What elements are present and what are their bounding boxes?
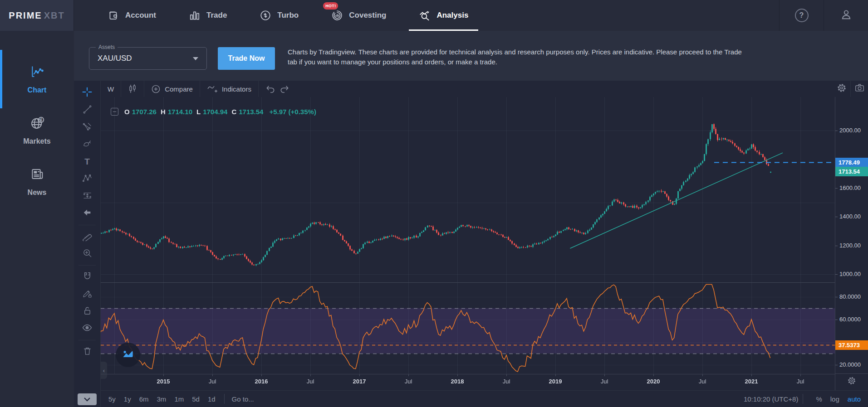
nav-item-covesting[interactable]: HOT! Covesting: [315, 0, 402, 31]
primexbt-app: PRIME XBT Account Trade TurboHOT! Covest…: [0, 0, 868, 407]
time-label: Jul: [790, 378, 810, 385]
time-label: 2017: [349, 378, 369, 385]
sidebar-item-markets[interactable]: $ Markets: [0, 105, 74, 156]
lock-drawings-button[interactable]: [78, 303, 96, 320]
left-sidebar: Chart$ Markets News: [0, 31, 74, 407]
chart-style-button[interactable]: [121, 81, 144, 97]
scale-log-button[interactable]: log: [830, 395, 839, 403]
zoom-in-tool-button[interactable]: [78, 245, 96, 262]
nav-item-account[interactable]: Account: [91, 0, 172, 31]
interval-button[interactable]: W: [101, 81, 121, 97]
rsi-indicator-logo[interactable]: [116, 343, 140, 367]
arrow-tool-button[interactable]: [78, 205, 96, 222]
scale-auto-button[interactable]: auto: [848, 395, 861, 403]
range-5d-button[interactable]: 5d: [188, 395, 204, 403]
ruler-icon: [82, 230, 93, 243]
undo-icon[interactable]: [265, 85, 275, 93]
nav-item-trade[interactable]: Trade: [172, 0, 243, 31]
arrow-left-icon: [82, 208, 92, 219]
assets-select[interactable]: Assets XAU/USD: [89, 47, 207, 70]
time-label: Jul: [496, 378, 516, 385]
screenshot-button[interactable]: [851, 81, 868, 97]
nav-item-label: Turbo: [277, 11, 299, 20]
chevron-down-icon: [193, 57, 198, 60]
nav-item-label: Trade: [206, 11, 227, 20]
divider: [78, 340, 96, 340]
gear-icon: [837, 83, 847, 95]
magnet-mode-button[interactable]: [78, 268, 96, 286]
pattern-tool-button[interactable]: [78, 170, 96, 188]
legend-key: C: [231, 108, 236, 116]
range-3m-button[interactable]: 3m: [153, 395, 171, 403]
brush-icon: [82, 139, 93, 151]
nav-item-analysis[interactable]: Analysis: [402, 0, 485, 31]
price-tick: 1600.00: [835, 184, 868, 193]
trendline-tool-button[interactable]: [78, 102, 96, 119]
clock[interactable]: 10:10:20 (UTC+8): [744, 395, 798, 403]
goto-button[interactable]: Go to...: [232, 395, 254, 403]
crosshair-tool-button[interactable]: [78, 84, 96, 102]
range-1y-button[interactable]: 1y: [120, 395, 135, 403]
top-nav: PRIME XBT Account Trade TurboHOT! Covest…: [0, 0, 868, 31]
magnet-icon: [82, 271, 93, 283]
rsi-tick: 60.0000: [835, 315, 868, 324]
indicators-button[interactable]: Indicators: [200, 81, 259, 97]
time-tick: [800, 374, 801, 376]
sidebar-item-news[interactable]: News: [0, 156, 74, 207]
price-tick: 1000.00: [835, 270, 868, 279]
question-icon: ?: [795, 9, 809, 22]
time-tick: [653, 374, 654, 376]
price-axis[interactable]: 2000.001600.001400.001200.001000.0080.00…: [835, 97, 868, 390]
range-1d-button[interactable]: 1d: [204, 395, 220, 403]
chart-toolbar: W Compa: [101, 81, 868, 97]
wallet-icon: [108, 10, 119, 21]
redo-icon[interactable]: [280, 85, 289, 93]
text-tool-button[interactable]: T: [78, 153, 96, 170]
time-label: 2015: [153, 378, 173, 385]
undo-redo-group: [259, 81, 296, 97]
charts-disclaimer: Charts by Tradingview. These charts are …: [288, 47, 748, 67]
time-label: 2021: [741, 378, 761, 385]
compare-button[interactable]: Compare: [144, 81, 200, 97]
legend-collapse-icon[interactable]: –: [111, 108, 118, 116]
primexbt-logo[interactable]: PRIME XBT: [0, 0, 74, 31]
chart-toolbar-right: [833, 81, 868, 97]
gann-fib-tool-button[interactable]: [78, 119, 96, 136]
help-button[interactable]: ?: [780, 0, 824, 31]
turbo-icon: [260, 10, 271, 21]
sidebar-item-chart[interactable]: Chart: [0, 53, 74, 105]
measure-tool-button[interactable]: [78, 228, 96, 245]
lock-icon: [82, 305, 93, 318]
nav-item-label: Account: [125, 11, 156, 20]
toolbar-more-button[interactable]: [78, 393, 97, 405]
trade-now-button[interactable]: Trade Now: [218, 47, 275, 70]
scale-percent-button[interactable]: %: [816, 395, 822, 403]
range-5y-button[interactable]: 5y: [104, 395, 120, 403]
time-axis[interactable]: 2015Jul2016Jul2017Jul2018Jul2019Jul2020J…: [101, 374, 835, 390]
remove-drawings-button[interactable]: [78, 343, 96, 360]
divider: [803, 394, 803, 404]
brush-tool-button[interactable]: [78, 136, 96, 153]
chart-area: – O1707.26H1714.10L1704.94C1713.54+5.97 …: [101, 97, 868, 390]
rsi-value-badge: 37.5373: [835, 340, 868, 350]
globe-dollar-icon: $: [29, 116, 45, 132]
chart-settings-button[interactable]: [833, 81, 850, 97]
time-tick: [751, 374, 752, 376]
profile-button[interactable]: [824, 0, 868, 31]
range-1m-button[interactable]: 1m: [170, 395, 188, 403]
ohlc-legend: – O1707.26H1714.10L1704.94C1713.54+5.97 …: [111, 108, 316, 116]
divider: [78, 265, 96, 266]
legend-key: O: [124, 108, 130, 116]
main-content: Assets XAU/USD Trade Now Charts by Tradi…: [74, 31, 868, 407]
nav-item-turbo[interactable]: Turbo: [243, 0, 315, 31]
hide-drawings-button[interactable]: [78, 320, 96, 337]
axis-settings-button[interactable]: [835, 376, 868, 387]
scale-controls: %logauto: [808, 395, 861, 403]
price-chart-canvas[interactable]: [101, 97, 835, 374]
stay-in-drawing-mode-button[interactable]: [78, 286, 96, 303]
eye-icon: [82, 322, 93, 335]
forecast-tool-button[interactable]: [78, 188, 96, 205]
rsi-tick: 20.0000: [835, 360, 868, 369]
price-tick: 1400.00: [835, 212, 868, 221]
range-6m-button[interactable]: 6m: [135, 395, 153, 403]
